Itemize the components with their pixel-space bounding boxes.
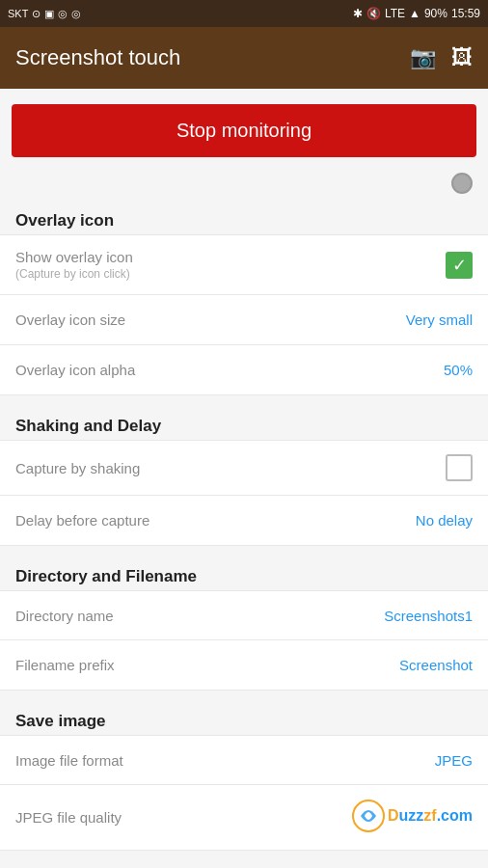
setting-row-overlay-size[interactable]: Overlay icon size Very small [0, 295, 488, 345]
section-header-shaking: Shaking and Delay [0, 403, 488, 440]
overlay-alpha-value: 50% [444, 362, 473, 378]
section-header-directory: Directory and Filename [0, 554, 488, 590]
show-overlay-label: Show overlay icon [15, 249, 133, 265]
status-left: SKT ⊙ ▣ ◎ ◎ [8, 8, 81, 20]
overlay-size-label: Overlay icon size [15, 312, 125, 328]
setting-row-directory-name[interactable]: Directory name Screenshots1 [0, 590, 488, 640]
divider-3 [0, 691, 488, 698]
image-icon: ▣ [44, 8, 54, 20]
directory-name-value: Screenshots1 [384, 608, 473, 624]
stop-monitoring-button[interactable]: Stop monitoring [12, 104, 476, 157]
setting-row-show-overlay[interactable]: Show overlay icon (Capture by icon click… [0, 234, 488, 295]
watermark-com: .com [437, 807, 473, 824]
save-image-settings-group: Image file format JPEG JPEG file quality… [0, 735, 488, 851]
divider-2 [0, 546, 488, 554]
gallery-button[interactable]: 🖼 [451, 45, 473, 70]
time-label: 15:59 [451, 7, 480, 20]
jpeg-quality-value: Duzzzf.com [351, 799, 473, 836]
dzzf-logo-icon [351, 799, 386, 833]
filename-prefix-value: Screenshot [399, 657, 473, 673]
show-overlay-sublabel: (Capture by icon click) [15, 267, 133, 281]
photo-icon: ⊙ [32, 8, 41, 20]
setting-row-jpeg-quality[interactable]: JPEG file quality Duzzzf.com [0, 785, 488, 851]
divider-1 [0, 395, 488, 403]
bluetooth-icon: ✱ [353, 7, 363, 20]
capture-shaking-label: Capture by shaking [15, 460, 140, 476]
carrier-label: SKT [8, 8, 28, 19]
watermark-zf: zf [423, 807, 436, 824]
lte-label: LTE [385, 7, 405, 20]
battery-label: 90% [424, 7, 447, 20]
setting-row-capture-shaking[interactable]: Capture by shaking [0, 440, 488, 496]
directory-settings-group: Directory name Screenshots1 Filename pre… [0, 590, 488, 691]
app-title: Screenshot touch [15, 45, 180, 70]
camera-button[interactable]: 📷 [410, 45, 436, 70]
directory-name-label: Directory name [15, 608, 114, 624]
shaking-settings-group: Capture by shaking Delay before capture … [0, 440, 488, 546]
overlay-size-value: Very small [406, 312, 473, 328]
capture-shaking-checkbox[interactable] [446, 454, 473, 481]
camera-icon: ◎ [58, 8, 68, 20]
toggle-circle[interactable] [451, 173, 473, 194]
show-overlay-checkbox[interactable]: ✓ [446, 252, 473, 279]
app-bar-icons: 📷 🖼 [410, 45, 473, 70]
toggle-row [0, 165, 488, 198]
image-format-label: Image file format [15, 752, 123, 769]
setting-row-overlay-alpha[interactable]: Overlay icon alpha 50% [0, 345, 488, 395]
content-area: Stop monitoring Overlay icon Show overla… [0, 104, 488, 851]
watermark-inline: Duzzzf.com [351, 799, 473, 833]
setting-row-delay-capture[interactable]: Delay before capture No delay [0, 496, 488, 546]
aperture-icon: ◎ [71, 8, 81, 20]
signal-icon: ▲ [409, 7, 420, 20]
mute-icon: 🔇 [366, 7, 381, 20]
status-right: ✱ 🔇 LTE ▲ 90% 15:59 [353, 7, 480, 20]
app-bar: Screenshot touch 📷 🖼 [0, 27, 488, 89]
setting-row-image-format[interactable]: Image file format JPEG [0, 735, 488, 785]
watermark-uzz: uzz [399, 807, 424, 824]
section-header-overlay: Overlay icon [0, 198, 488, 234]
section-header-save-image: Save image [0, 698, 488, 735]
status-bar: SKT ⊙ ▣ ◎ ◎ ✱ 🔇 LTE ▲ 90% 15:59 [0, 0, 488, 27]
jpeg-quality-label: JPEG file quality [15, 809, 122, 826]
filename-prefix-label: Filename prefix [15, 657, 115, 673]
delay-capture-label: Delay before capture [15, 512, 149, 529]
watermark-d: D [388, 807, 399, 824]
overlay-alpha-label: Overlay icon alpha [15, 362, 135, 378]
overlay-settings-group: Show overlay icon (Capture by icon click… [0, 234, 488, 395]
image-format-value: JPEG [435, 752, 473, 769]
delay-capture-value: No delay [416, 512, 473, 529]
setting-row-filename-prefix[interactable]: Filename prefix Screenshot [0, 640, 488, 691]
